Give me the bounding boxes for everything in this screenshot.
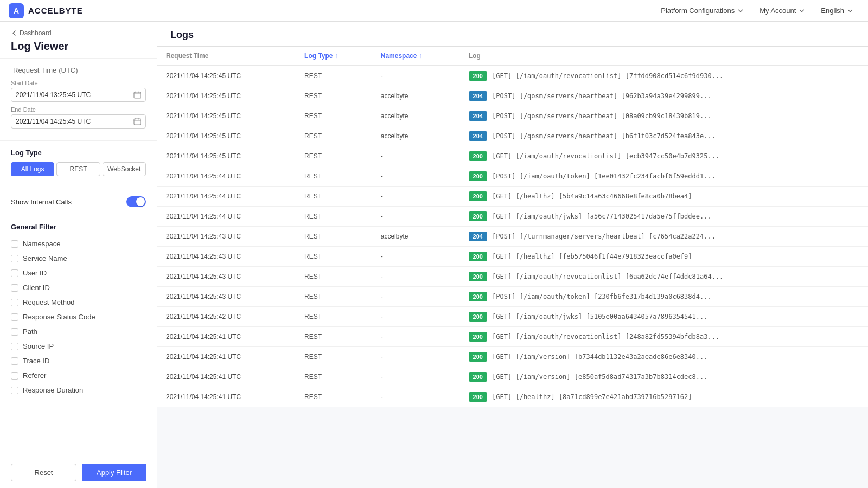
filter-item-client-id[interactable]: Client ID	[11, 280, 146, 295]
log-text: [GET] [/iam/oauth/revocationlist] [6aa62…	[492, 273, 723, 280]
filter-item-user-id[interactable]: User ID	[11, 266, 146, 280]
table-row[interactable]: 2021/11/04 14:25:43 UTC REST - 200 [GET]…	[157, 247, 868, 267]
table-row[interactable]: 2021/11/04 14:25:41 UTC REST - 200 [GET]…	[157, 367, 868, 387]
table-row[interactable]: 2021/11/04 14:25:43 UTC REST - 200 [GET]…	[157, 267, 868, 287]
arrow-left-icon	[11, 30, 17, 36]
filter-item-response-duration[interactable]: Response Duration	[11, 383, 146, 397]
start-date-input[interactable]: 2021/11/04 13:25:45 UTC	[11, 88, 146, 102]
status-badge: 204	[469, 91, 487, 101]
status-badge: 200	[469, 252, 487, 261]
log-type-all-btn[interactable]: All Logs	[11, 162, 54, 176]
account-button[interactable]: My Account	[754, 4, 811, 17]
table-row[interactable]: 2021/11/04 14:25:45 UTC REST accelbyte 2…	[157, 86, 868, 106]
layout: Dashboard Log Viewer Request Time(UTC) S…	[0, 22, 868, 488]
cell-type: REST	[296, 66, 372, 86]
logs-tbody: 2021/11/04 14:25:45 UTC REST - 200 [GET]…	[157, 66, 868, 407]
logs-title: Logs	[170, 29, 855, 41]
log-text: [GET] [/iam/oauth/revocationlist] [ecb39…	[492, 152, 719, 160]
table-row[interactable]: 2021/11/04 14:25:45 UTC REST - 200 [GET]…	[157, 146, 868, 166]
filter-list: Namespace Service Name User ID Client ID…	[11, 236, 146, 397]
log-type-section: Log Type All Logs REST WebSocket	[0, 140, 157, 184]
table-row[interactable]: 2021/11/04 14:25:41 UTC REST - 200 [GET]…	[157, 347, 868, 367]
table-row[interactable]: 2021/11/04 14:25:41 UTC REST - 200 [GET]…	[157, 387, 868, 407]
filter-checkbox-user-id[interactable]	[11, 269, 18, 277]
platform-config-button[interactable]: Platform Configurations	[655, 4, 750, 17]
table-row[interactable]: 2021/11/04 14:25:44 UTC REST - 200 [POST…	[157, 166, 868, 187]
cell-type: REST	[296, 307, 372, 327]
cell-time: 2021/11/04 14:25:43 UTC	[157, 227, 296, 247]
log-text: [GET] [/healthz] [feb575046f1f44e7918323…	[492, 253, 692, 260]
cell-log: 204 [POST] [/qosm/servers/heartbeat] [96…	[460, 86, 868, 106]
cell-time: 2021/11/04 14:25:44 UTC	[157, 166, 296, 187]
filter-checkbox-namespace[interactable]	[11, 240, 18, 248]
logo: A ACCELBYTE	[9, 3, 83, 18]
cell-type: REST	[296, 327, 372, 347]
filter-checkbox-path[interactable]	[11, 328, 18, 336]
cell-namespace: accelbyte	[372, 106, 460, 126]
status-badge: 200	[469, 71, 487, 81]
log-type-rest-btn[interactable]: REST	[56, 162, 100, 176]
filter-checkbox-source-ip[interactable]	[11, 343, 18, 350]
table-row[interactable]: 2021/11/04 14:25:44 UTC REST - 200 [GET]…	[157, 207, 868, 227]
chevron-down-icon	[798, 7, 806, 15]
filter-item-referer[interactable]: Referer	[11, 368, 146, 383]
chevron-down-icon	[846, 7, 854, 15]
filter-item-service-name[interactable]: Service Name	[11, 251, 146, 266]
filter-checkbox-response-status-code[interactable]	[11, 313, 18, 321]
log-type-websocket-btn[interactable]: WebSocket	[103, 162, 146, 176]
internal-calls-toggle[interactable]	[126, 196, 146, 207]
apply-filter-button[interactable]: Apply Filter	[82, 464, 146, 481]
filter-label-response-duration: Response Duration	[23, 386, 83, 394]
status-badge: 204	[469, 232, 487, 241]
table-container[interactable]: Request Time Log Type ↑ Namespace ↑ Log …	[157, 47, 868, 488]
status-badge: 200	[469, 372, 487, 382]
status-badge: 200	[469, 151, 487, 161]
cell-time: 2021/11/04 14:25:41 UTC	[157, 387, 296, 407]
table-row[interactable]: 2021/11/04 14:25:43 UTC REST - 200 [POST…	[157, 287, 868, 307]
table-row[interactable]: 2021/11/04 14:25:45 UTC REST - 200 [GET]…	[157, 66, 868, 86]
table-row[interactable]: 2021/11/04 14:25:42 UTC REST - 200 [GET]…	[157, 307, 868, 327]
filter-item-source-ip[interactable]: Source IP	[11, 339, 146, 354]
filter-checkbox-request-method[interactable]	[11, 299, 18, 306]
col-log-type[interactable]: Log Type ↑	[296, 47, 372, 66]
filter-checkbox-trace-id[interactable]	[11, 357, 18, 365]
filter-item-trace-id[interactable]: Trace ID	[11, 354, 146, 368]
cell-time: 2021/11/04 14:25:41 UTC	[157, 327, 296, 347]
cell-time: 2021/11/04 14:25:44 UTC	[157, 207, 296, 227]
log-text: [POST] [/iam/oauth/token] [1ee01432fc234…	[492, 172, 716, 180]
cell-type: REST	[296, 227, 372, 247]
log-text: [GET] [/iam/oauth/jwks] [a56c77143025417…	[492, 213, 712, 220]
filter-checkbox-service-name[interactable]	[11, 255, 18, 262]
calendar-icon	[133, 118, 141, 125]
page-title: Log Viewer	[11, 40, 146, 53]
cell-time: 2021/11/04 14:25:43 UTC	[157, 247, 296, 267]
cell-type: REST	[296, 267, 372, 287]
status-badge: 200	[469, 171, 487, 181]
back-link[interactable]: Dashboard	[11, 29, 146, 37]
cell-log: 200 [GET] [/iam/oauth/revocationlist] [2…	[460, 327, 868, 347]
svg-rect-0	[134, 92, 141, 98]
table-row[interactable]: 2021/11/04 14:25:45 UTC REST accelbyte 2…	[157, 126, 868, 146]
cell-type: REST	[296, 367, 372, 387]
col-namespace[interactable]: Namespace ↑	[372, 47, 460, 66]
request-time-title: Request Time(UTC)	[11, 66, 146, 74]
table-row[interactable]: 2021/11/04 14:25:44 UTC REST - 200 [GET]…	[157, 187, 868, 207]
filter-item-response-status-code[interactable]: Response Status Code	[11, 310, 146, 324]
filter-checkbox-referer[interactable]	[11, 372, 18, 380]
log-text: [GET] [/healthz] [8a71cd899e7e421abd7397…	[492, 393, 692, 401]
table-row[interactable]: 2021/11/04 14:25:43 UTC REST accelbyte 2…	[157, 227, 868, 247]
filter-label-referer: Referer	[23, 371, 46, 380]
table-row[interactable]: 2021/11/04 14:25:41 UTC REST - 200 [GET]…	[157, 327, 868, 347]
filter-item-request-method[interactable]: Request Method	[11, 295, 146, 310]
cell-type: REST	[296, 247, 372, 267]
language-button[interactable]: English	[815, 4, 859, 17]
log-text: [POST] [/qosm/servers/heartbeat] [962b3a…	[492, 92, 712, 100]
filter-item-path[interactable]: Path	[11, 324, 146, 339]
reset-button[interactable]: Reset	[11, 464, 76, 481]
filter-checkbox-response-duration[interactable]	[11, 387, 18, 394]
filter-checkbox-client-id[interactable]	[11, 284, 18, 292]
table-row[interactable]: 2021/11/04 14:25:45 UTC REST accelbyte 2…	[157, 106, 868, 126]
filter-item-namespace[interactable]: Namespace	[11, 236, 146, 251]
log-text: [POST] [/turnmanager/servers/heartbeat] …	[492, 233, 716, 240]
end-date-input[interactable]: 2021/11/04 14:25:45 UTC	[11, 114, 146, 129]
